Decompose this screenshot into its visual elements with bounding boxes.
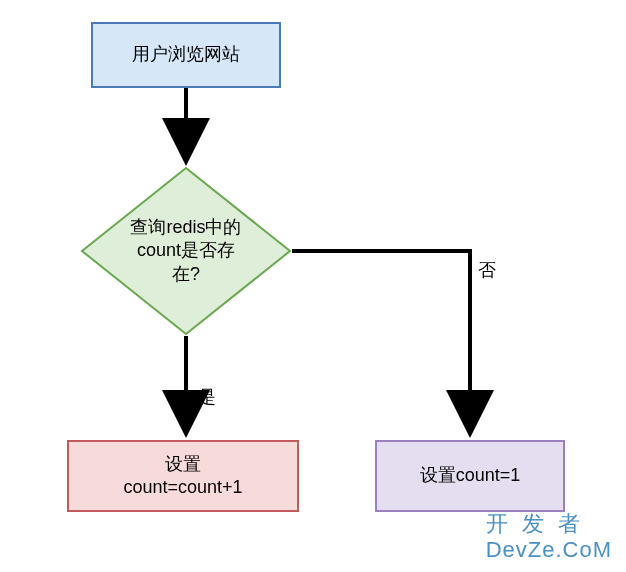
watermark-line2: DevZe.CoM	[486, 537, 612, 562]
watermark: 开发者 DevZe.CoM	[486, 511, 612, 562]
flow-node-result-no-label: 设置count=1	[420, 464, 521, 487]
flow-node-result-yes: 设置 count=count+1	[67, 440, 299, 512]
edge-label-yes: 是	[198, 385, 216, 409]
flow-node-start: 用户浏览网站	[91, 22, 281, 88]
flow-node-result-yes-label: 设置 count=count+1	[123, 453, 242, 500]
watermark-line1: 开发者	[486, 511, 612, 536]
flow-node-start-label: 用户浏览网站	[132, 43, 240, 66]
flow-node-decision-label: 查询redis中的 count是否存 在?	[130, 216, 241, 286]
flow-node-result-no: 设置count=1	[375, 440, 565, 512]
flow-node-decision: 查询redis中的 count是否存 在?	[80, 166, 292, 336]
edge-label-no: 否	[478, 258, 496, 282]
